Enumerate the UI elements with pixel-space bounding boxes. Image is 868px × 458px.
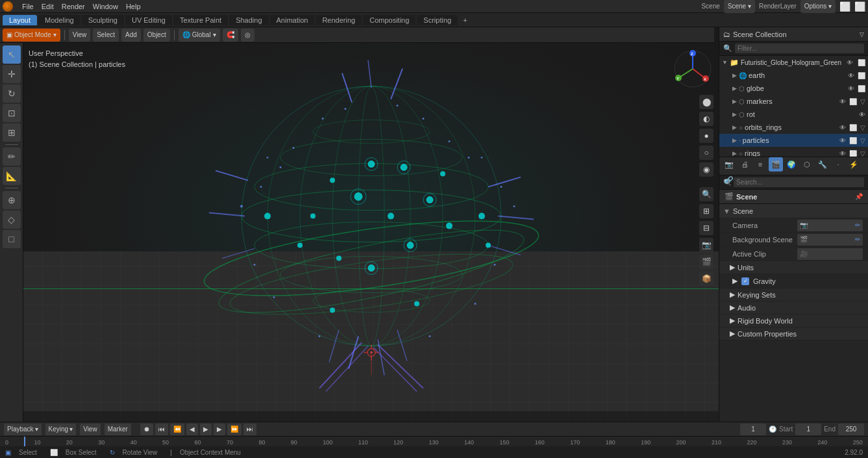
outliner-item-collection[interactable]: ▼ 📁 Futuristic_Globe_Hologram_Green 👁 ⬜	[719, 56, 868, 69]
extra-icon-rings[interactable]: ▽	[860, 150, 865, 157]
menu-render[interactable]: Render	[58, 2, 89, 11]
outliner-item-rot[interactable]: ▶ ⬡ rot 👁	[719, 108, 868, 121]
tab-scripting[interactable]: Scripting	[417, 15, 458, 25]
next-frame-btn[interactable]: ▶	[214, 424, 225, 435]
outliner-filter-icon[interactable]: ▽	[860, 31, 864, 38]
tab-uv-editing[interactable]: UV Editing	[125, 15, 172, 25]
custom-props-header[interactable]: ▶ Custom Properties	[719, 327, 868, 340]
playback-dropdown[interactable]: Playback ▾	[4, 424, 42, 435]
add-cube-btn[interactable]: □	[3, 230, 21, 248]
units-section-header[interactable]: ▶ Units	[719, 261, 868, 274]
tab-shading[interactable]: Shading	[229, 15, 268, 25]
viewport-shading-material[interactable]: ○	[699, 146, 713, 160]
object-menu[interactable]: Object	[143, 29, 170, 42]
marker-dropdown[interactable]: Marker	[105, 424, 131, 435]
props-physics-icon[interactable]: ⚡	[847, 157, 861, 172]
prev-frame-btn[interactable]: ◀	[186, 424, 198, 435]
start-frame-input[interactable]	[795, 424, 821, 435]
record-btn[interactable]: ⏺	[140, 424, 153, 435]
rigid-body-world-header[interactable]: ▶ Rigid Body World	[719, 314, 868, 327]
props-scene-icon[interactable]: 🎬	[769, 157, 783, 172]
restrict-icon-earth[interactable]: ⬜	[858, 72, 865, 79]
proportional-edit-toggle[interactable]: ◎	[241, 29, 254, 42]
visibility-icon-rings[interactable]: 👁	[839, 150, 846, 157]
zoom-fit-icon[interactable]: ⊞	[699, 204, 713, 218]
measure-tool-btn[interactable]: 📐	[3, 167, 21, 185]
restrict-icon-orbits[interactable]: ⬜	[849, 124, 857, 131]
select-menu[interactable]: Select	[93, 29, 119, 42]
tab-texture-paint[interactable]: Texture Paint	[173, 15, 228, 25]
properties-search-input[interactable]	[734, 177, 864, 187]
snap-toggle[interactable]: 🧲	[223, 29, 238, 42]
main-viewport[interactable]: User Perspective (1) Scene Collection | …	[23, 43, 719, 422]
menu-edit[interactable]: Edit	[38, 2, 58, 11]
restrict-icon-0[interactable]: ⬜	[858, 59, 865, 66]
next-keyframe-btn[interactable]: ⏩	[227, 424, 242, 435]
outliner-item-earth[interactable]: ▶ 🌐 earth 👁 ⬜	[719, 69, 868, 82]
object-mode-dropdown[interactable]: ▣ Object Mode ▾	[3, 29, 60, 42]
restrict-icon-markers[interactable]: ⬜	[849, 98, 857, 105]
props-modifier-icon[interactable]: 🔧	[815, 157, 830, 172]
tab-layout[interactable]: Layout	[3, 15, 37, 25]
visibility-icon-earth[interactable]: 👁	[848, 72, 854, 79]
end-frame-input[interactable]	[838, 424, 864, 435]
xray-icon[interactable]: ◐	[699, 112, 713, 126]
props-viewlayer-icon[interactable]: ≡	[753, 157, 767, 172]
keying-sets-header[interactable]: ▶ Keying Sets	[719, 288, 868, 301]
keying-dropdown[interactable]: Keying ▾	[45, 424, 77, 435]
scale-tool-btn[interactable]: ⊡	[3, 104, 21, 122]
rotate-tool-btn[interactable]: ↻	[3, 84, 21, 103]
camera-view-icon[interactable]: 📷	[699, 238, 713, 252]
extra-icon-markers[interactable]: ▽	[860, 98, 865, 105]
gravity-checkbox[interactable]: ✓	[741, 277, 749, 285]
overlay-icon[interactable]: ⬤	[699, 95, 713, 109]
outliner-item-rings[interactable]: ▶ ○ rings 👁 ⬜ ▽	[719, 147, 868, 157]
audio-header[interactable]: ▶ Audio	[719, 301, 868, 314]
restrict-icon-rings[interactable]: ⬜	[849, 150, 857, 157]
prev-keyframe-btn[interactable]: ⏪	[170, 424, 184, 435]
menu-file[interactable]: File	[18, 2, 38, 11]
play-btn[interactable]: ▶	[200, 424, 212, 435]
side-view-icon[interactable]: ⊟	[699, 221, 713, 235]
add-workspace-btn[interactable]: +	[459, 15, 471, 25]
bg-scene-edit-icon[interactable]: ✏	[855, 236, 860, 243]
active-clip-value[interactable]: 🎥	[797, 248, 863, 260]
visibility-icon-orbits[interactable]: 👁	[839, 124, 846, 131]
viewport-shading-render[interactable]: ◉	[699, 162, 713, 177]
visibility-icon-globe[interactable]: 👁	[848, 85, 854, 92]
pin-icon[interactable]: 📌	[855, 193, 863, 200]
move-tool-btn[interactable]: ✛	[3, 65, 21, 83]
visibility-icon-0[interactable]: 👁	[847, 59, 853, 66]
view-dropdown[interactable]: View	[80, 424, 101, 435]
outliner-search-input[interactable]	[735, 44, 864, 53]
tab-modeling[interactable]: Modeling	[38, 15, 81, 25]
restrict-icon-globe[interactable]: ⬜	[858, 85, 865, 92]
tab-rendering[interactable]: Rendering	[316, 15, 362, 25]
outliner-item-markers[interactable]: ▶ ⬡ markers 👁 ⬜ ▽	[719, 95, 868, 108]
camera-edit-icon[interactable]: ✏	[855, 222, 860, 229]
visibility-icon-particles[interactable]: 👁	[839, 137, 846, 144]
annotate-tool-btn[interactable]: ✏	[3, 147, 21, 166]
camera-value[interactable]: 📷 ✏	[797, 220, 863, 231]
outliner-item-particles[interactable]: ▶ · particles 👁 ⬜ ▽	[719, 134, 868, 147]
jump-end-btn[interactable]: ⏭	[243, 424, 256, 435]
viewport-shading-solid[interactable]: ●	[699, 129, 713, 143]
props-output-icon[interactable]: 🖨	[738, 157, 752, 172]
options-btn[interactable]: Options ▾	[800, 0, 836, 13]
restrict-icon-particles[interactable]: ⬜	[849, 137, 857, 144]
transform-tool-btn[interactable]: ⊞	[3, 123, 21, 142]
collection-icon[interactable]: 📦	[699, 272, 713, 286]
props-object-icon[interactable]: ⬡	[800, 157, 814, 172]
scene-dropdown[interactable]: Scene ▾	[724, 0, 755, 13]
extra-icon-particles[interactable]: ▽	[860, 137, 865, 144]
outliner-item-globe[interactable]: ▶ ⬡ globe 👁 ⬜	[719, 82, 868, 95]
scene-section-header[interactable]: ▼ Scene	[719, 204, 868, 218]
add-menu[interactable]: Add	[121, 29, 141, 42]
outliner-item-orbits[interactable]: ▶ ○ orbits_rings 👁 ⬜ ▽	[719, 121, 868, 134]
empty-tool-btn[interactable]: ◇	[3, 210, 21, 229]
gravity-row[interactable]: ▶ ✓ Gravity	[719, 274, 868, 288]
render-icon[interactable]: 🎬	[699, 255, 713, 269]
select-tool-btn[interactable]: ↖	[3, 45, 21, 64]
navigation-gizmo[interactable]: Z X Y	[673, 49, 712, 88]
props-particles-icon[interactable]: ·	[831, 157, 845, 172]
